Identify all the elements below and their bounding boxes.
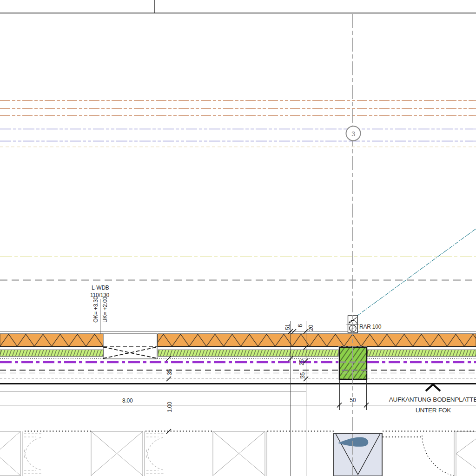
insulation-layer xyxy=(0,334,476,347)
plan-dotted-wall-line xyxy=(25,431,476,437)
dim-51-label: 51 xyxy=(284,324,291,330)
insulation-right-hatch xyxy=(158,334,476,347)
plan-door-swing-dotted xyxy=(422,436,465,476)
screed-mid-hatch xyxy=(158,350,338,357)
insulation-left-hatch xyxy=(0,334,103,347)
lintel-x-box xyxy=(103,332,157,359)
plan-door-2 xyxy=(146,434,164,474)
axis-marker: 3 xyxy=(346,126,361,141)
screed-right-hatch xyxy=(367,350,476,357)
plan-column-1 xyxy=(0,431,23,476)
dim-50-label: 50 xyxy=(350,397,356,403)
lwdb-name-label: L-WDB xyxy=(92,284,109,291)
plan-view xyxy=(0,431,476,476)
floor-section xyxy=(0,331,476,391)
plan-column-2 xyxy=(91,431,145,476)
cad-drawing-canvas: 3 L-WDB 110/130 OK= +3.30 UK= +2.00 RAR … xyxy=(0,0,476,476)
lwdb-top-level-label: OK= +3.30 xyxy=(93,296,99,323)
callout-line2-label: UNTER FOK xyxy=(416,407,451,414)
screed-left-hatch xyxy=(0,350,103,357)
dim-25-label: 25 xyxy=(298,359,305,365)
plan-column-3 xyxy=(213,431,267,476)
title-block xyxy=(0,0,476,13)
dim-20-label: 20 xyxy=(308,325,314,331)
plan-door-1 xyxy=(24,434,42,474)
plan-column-4 xyxy=(454,431,476,476)
fixture-box xyxy=(334,433,382,476)
axis-number-label: 3 xyxy=(351,130,355,138)
dim-35-left-label: 35 xyxy=(166,369,173,375)
lintel-blank xyxy=(103,332,157,359)
dim-100-label: 1.00 xyxy=(166,402,173,412)
callout-line1-label: AUFKANTUNG BODENPLATTE xyxy=(389,396,476,403)
dim-800-label: 8.00 xyxy=(122,397,133,404)
upstand-hatch xyxy=(340,348,366,379)
drain-pipe-line xyxy=(356,229,476,317)
level-lines xyxy=(0,100,476,280)
screed-layer xyxy=(0,350,476,357)
dim-6-label: 6 xyxy=(297,324,304,327)
chevron-up-icon xyxy=(426,384,440,391)
lwdb-bottom-level-label: UK= +2.00 xyxy=(102,297,108,323)
dim-35-right-label: 35 xyxy=(299,372,306,378)
drain-label: RAR 100 xyxy=(359,324,382,330)
dimension-lines xyxy=(0,299,476,476)
